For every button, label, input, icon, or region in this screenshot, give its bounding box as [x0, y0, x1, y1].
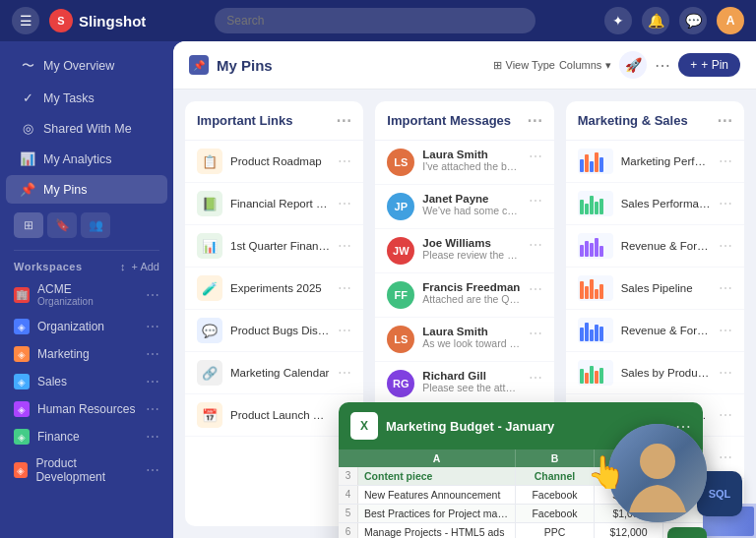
list-item[interactable]: 🔗 Marketing Calendar ⋯ [185, 352, 363, 394]
product-development-workspace-icon: ◈ [14, 462, 28, 478]
marketing-workspace-icon: ◈ [14, 346, 30, 362]
user-avatar[interactable]: A [717, 7, 744, 34]
content-header: 📌 My Pins ⊞ View Type Columns ▾ 🚀 ⋯ + + … [173, 41, 756, 90]
more-options-button[interactable]: ⋯ [655, 56, 670, 75]
financial-report-label: Financial Report - 2025 [230, 198, 330, 209]
msg-more-5[interactable]: ⋯ [529, 370, 542, 386]
sidebar-workspace-product-development[interactable]: ◈ Product Development ⋯ [0, 450, 173, 490]
sidebar-item-tasks-label: My Tasks [43, 91, 94, 105]
hamburger-menu-button[interactable]: ☰ [12, 7, 39, 34]
msg-more-0[interactable]: ⋯ [529, 149, 542, 164]
list-item[interactable]: 🧪 Experiments 2025 ⋯ [185, 268, 363, 310]
msg-more-4[interactable]: ⋯ [529, 326, 542, 341]
list-item[interactable]: LS Laura Smith As we look toward next qu… [375, 318, 553, 362]
add-pin-button[interactable]: + + Pin [678, 53, 740, 77]
sidebar-workspace-finance[interactable]: ◈ Finance ⋯ [0, 423, 173, 450]
list-item[interactable]: JW Joe Williams Please review the update… [375, 229, 553, 273]
item-more-5[interactable]: ⋯ [338, 365, 351, 381]
sidebar-workspace-sales[interactable]: ◈ Sales ⋯ [0, 368, 173, 395]
sidebar-workspace-acme[interactable]: 🏢 ACME Organization ⋯ [0, 276, 173, 313]
cell-3b: Channel [516, 467, 595, 485]
workspace-organization-more[interactable]: ⋯ [146, 319, 159, 334]
list-item[interactable]: Revenue & Forecasting ⋯ [566, 310, 744, 352]
workspace-finance-more[interactable]: ⋯ [146, 429, 159, 445]
col-header-a: A [358, 449, 516, 467]
important-links-column: Important Links ⋯ 📋 Product Roadmap ⋯ 📗 … [185, 101, 363, 526]
row-num-6: 6 [339, 523, 358, 538]
header-right-actions: ⊞ View Type Columns ▾ 🚀 ⋯ + + Pin [493, 51, 740, 79]
add-workspace-button[interactable]: + Add [132, 261, 159, 272]
list-item[interactable]: Sales Performance ⋯ [566, 183, 744, 225]
people-view-button[interactable]: 👥 [81, 212, 110, 238]
cell-5b: Facebook [516, 505, 595, 522]
list-item[interactable]: Marketing Performance ⋯ [566, 141, 744, 183]
content-area: 📌 My Pins ⊞ View Type Columns ▾ 🚀 ⋯ + + … [173, 41, 756, 538]
sidebar-item-analytics[interactable]: 📊 My Analytics [6, 145, 167, 173]
grid-view-button[interactable]: ⊞ [14, 212, 43, 238]
sidebar-item-pins[interactable]: 📌 My Pins [6, 175, 167, 204]
list-item[interactable]: JP Janet Payne We've had some challenges… [375, 185, 553, 229]
row-num-4: 4 [339, 486, 358, 504]
sidebar-item-overview[interactable]: 〜 My Overview [6, 50, 167, 82]
revenue-forecast-thumb-2 [578, 318, 613, 343]
mkt-more-5[interactable]: ⋯ [719, 365, 732, 381]
list-item[interactable]: 📗 Financial Report - 2025 ⋯ [185, 183, 363, 225]
sidebar-item-shared[interactable]: ◎ Shared With Me [6, 114, 167, 143]
list-item[interactable]: FF Francis Freedman Attached are the Q4 … [375, 273, 553, 318]
msg-more-3[interactable]: ⋯ [529, 281, 542, 297]
item-more-4[interactable]: ⋯ [338, 323, 351, 338]
mkt-more-1[interactable]: ⋯ [719, 196, 732, 211]
list-item[interactable]: LS Laura Smith I've attached the board p… [375, 141, 553, 185]
mkt-more-0[interactable]: ⋯ [719, 153, 732, 169]
msg-more-2[interactable]: ⋯ [529, 237, 542, 253]
item-more-1[interactable]: ⋯ [338, 196, 351, 211]
sales-products-label: Sales by Products [621, 367, 711, 379]
important-links-more[interactable]: ⋯ [336, 111, 351, 130]
list-item[interactable]: 📋 Product Roadmap ⋯ [185, 141, 363, 183]
item-more-3[interactable]: ⋯ [338, 280, 351, 296]
sidebar-workspace-marketing[interactable]: ◈ Marketing ⋯ [0, 340, 173, 368]
mkt-more-3[interactable]: ⋯ [719, 280, 732, 296]
view-type-button[interactable]: ⊞ View Type Columns ▾ [493, 59, 612, 72]
xlsx-icon: X [350, 412, 378, 440]
list-item[interactable]: Sales by Products ⋯ [566, 352, 744, 394]
sidebar-view-toggle: ⊞ 🔖 👥 [0, 207, 173, 244]
item-more-2[interactable]: ⋯ [338, 238, 351, 254]
msg-more-1[interactable]: ⋯ [529, 193, 542, 209]
list-item[interactable]: 📊 1st Quarter Financial KPIs ⋯ [185, 225, 363, 268]
workspace-acme-more[interactable]: ⋯ [146, 287, 159, 303]
workspace-hr-more[interactable]: ⋯ [146, 401, 159, 417]
msg-preview-5: Please see the attached compl... [422, 382, 520, 393]
page-title: My Pins [217, 57, 273, 74]
workspace-product-development-more[interactable]: ⋯ [146, 462, 159, 478]
sidebar-workspace-organization[interactable]: ◈ Organization ⋯ [0, 313, 173, 340]
bell-icon-button[interactable]: 🔔 [642, 7, 669, 34]
sales-pipeline-label: Sales Pipeline [621, 282, 711, 294]
sort-workspaces-button[interactable]: ↕ [120, 261, 126, 272]
workspace-marketing-more[interactable]: ⋯ [146, 346, 159, 362]
excel-badge[interactable]: X [667, 527, 707, 538]
sidebar-workspace-hr[interactable]: ◈ Human Resources ⋯ [0, 395, 173, 423]
sidebar-item-tasks[interactable]: ✓ My Tasks [6, 84, 167, 112]
workspace-sales-more[interactable]: ⋯ [146, 374, 159, 389]
list-item[interactable]: 💬 Product Bugs Discussion ⋯ [185, 310, 363, 352]
list-item[interactable]: Revenue & Forecasting ⋯ [566, 225, 744, 268]
bookmark-view-button[interactable]: 🔖 [47, 212, 77, 238]
chat-icon-button[interactable]: 💬 [679, 7, 707, 34]
sidebar-item-analytics-label: My Analytics [43, 152, 111, 166]
marketing-sales-more[interactable]: ⋯ [717, 111, 732, 130]
search-input[interactable] [215, 8, 536, 33]
mkt-more-4[interactable]: ⋯ [719, 323, 732, 338]
mkt-more-6[interactable]: ⋯ [719, 407, 732, 423]
rocket-button[interactable]: 🚀 [619, 51, 647, 79]
sparkle-icon-button[interactable]: ✦ [604, 7, 632, 34]
important-messages-more[interactable]: ⋯ [527, 111, 542, 130]
list-item[interactable]: RG Richard Gill Please see the attached … [375, 362, 553, 406]
mkt-more-2[interactable]: ⋯ [719, 238, 732, 254]
list-item[interactable]: Sales Pipeline ⋯ [566, 268, 744, 310]
list-item[interactable]: 📅 Product Launch Calendar ⋯ [185, 394, 363, 437]
item-more-0[interactable]: ⋯ [338, 153, 351, 169]
svg-point-0 [640, 444, 675, 479]
mkt-more-7[interactable]: ⋯ [719, 449, 732, 465]
main-layout: 〜 My Overview ✓ My Tasks ◎ Shared With M… [0, 41, 756, 538]
